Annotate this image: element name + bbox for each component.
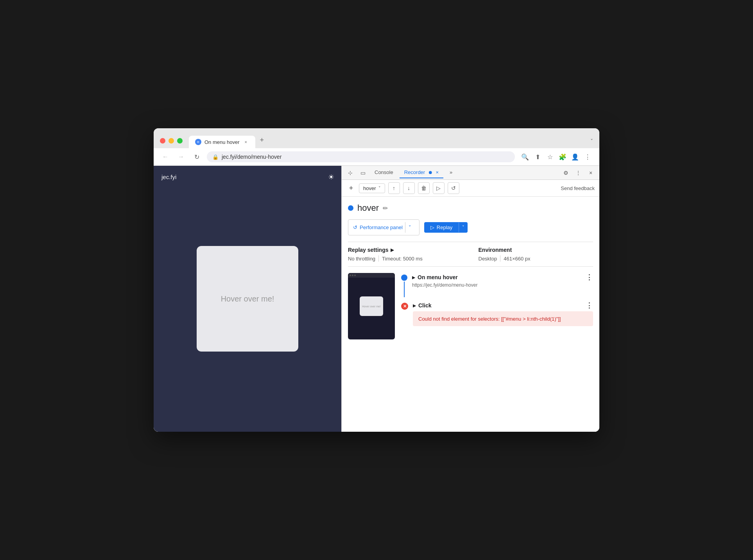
thumb-hover-card: Hover over me!	[360, 296, 383, 316]
page-logo: jec.fyi	[161, 174, 176, 180]
tab-console[interactable]: Console	[370, 167, 398, 178]
error-text: Could not find element for selectors: [[…	[418, 316, 561, 322]
settings-arrow-icon: ▶	[391, 248, 394, 253]
cursor-icon[interactable]: ⊹	[345, 167, 356, 178]
tab-dropdown-button[interactable]: ˅	[590, 138, 593, 148]
import-button[interactable]: ↓	[403, 182, 415, 194]
step-replay-button[interactable]: ▷	[433, 182, 445, 194]
step-line	[404, 282, 405, 297]
main-area: jec.fyi ☀ Hover over me! ⊹ ▭ Console Rec…	[154, 166, 599, 432]
error-box: Could not find element for selectors: [[…	[413, 311, 593, 326]
page-content: jec.fyi ☀ Hover over me!	[154, 166, 341, 432]
settings-row: Replay settings ▶ No throttling Timeout:…	[348, 247, 593, 262]
recorder-icon: ⏺	[428, 170, 433, 175]
step-click-label: Click	[418, 302, 431, 309]
selector-dropdown-icon: ˅	[378, 186, 381, 191]
step-connector	[401, 273, 407, 298]
back-button[interactable]: ←	[160, 151, 171, 162]
replay-settings-details: No throttling Timeout: 5000 ms	[348, 255, 463, 262]
traffic-light-red[interactable]	[160, 138, 165, 144]
step-expand-icon[interactable]: ▶	[412, 275, 415, 280]
thumb-bar	[348, 273, 395, 278]
address-bar: ← → ↻ 🔒 jec.fyi/demo/menu-hover 🔍 ⬆ ☆ 🧩 …	[154, 148, 599, 166]
traffic-lights	[160, 138, 189, 148]
recording-thumbnail: Hover over me!	[348, 273, 395, 339]
step-click-content: ▶ Click ⋮ Could not find element for sel…	[413, 301, 593, 326]
thumb-dot	[350, 275, 351, 276]
replay-button[interactable]: ▷ Replay ˅	[424, 222, 468, 233]
more-icon[interactable]: ⋮	[582, 151, 593, 162]
replay-dropdown-icon[interactable]: ˅	[459, 223, 468, 232]
delete-button[interactable]: 🗑	[418, 182, 430, 194]
extensions-icon[interactable]: 🧩	[557, 151, 568, 162]
step-navigate-label: On menu hover	[418, 274, 458, 280]
step-click: ✕ ▶ Click ⋮ Could not find element for s…	[401, 301, 593, 326]
traffic-light-yellow[interactable]	[169, 138, 174, 144]
env-type-label: Desktop	[479, 256, 497, 262]
env-size-label: 461×660 px	[504, 256, 530, 262]
traffic-light-green[interactable]	[177, 138, 183, 144]
settings-section: Replay settings ▶ No throttling Timeout:…	[348, 242, 593, 267]
recording-selector[interactable]: hover ˅	[359, 183, 385, 193]
devtools-panel: ⊹ ▭ Console Recorder ⏺ × » ⚙ ⋮ × + hover…	[341, 166, 599, 432]
slow-replay-button[interactable]: ↺	[448, 182, 459, 194]
tab-close-button[interactable]: ×	[243, 139, 249, 145]
tab-favicon: R	[195, 139, 201, 145]
environment-col: Environment Desktop 461×660 px	[479, 247, 593, 262]
lock-icon: 🔒	[212, 154, 219, 160]
active-tab[interactable]: R On menu hover ×	[189, 136, 255, 148]
export-button[interactable]: ↑	[388, 182, 400, 194]
replay-settings-title[interactable]: Replay settings ▶	[348, 247, 463, 253]
new-tab-button[interactable]: +	[257, 133, 267, 148]
recording-status-dot	[348, 205, 353, 211]
edit-name-icon[interactable]: ✏	[383, 205, 388, 212]
search-icon[interactable]: 🔍	[520, 151, 531, 162]
send-feedback-link[interactable]: Send feedback	[561, 185, 595, 191]
recorder-close-icon[interactable]: ×	[436, 169, 439, 175]
devtools-action-bar: + hover ˅ ↑ ↓ 🗑 ▷ ↺ Send feedback	[342, 180, 599, 197]
step-navigate-more-icon[interactable]: ⋮	[586, 273, 593, 282]
step-click-connector: ✕	[401, 301, 408, 310]
reload-button[interactable]: ↻	[191, 151, 202, 162]
devtools-close-button[interactable]: ×	[585, 167, 596, 178]
step-navigate-title: ▶ On menu hover ⋮	[412, 273, 593, 282]
perf-panel-label: Performance panel	[360, 224, 403, 230]
perf-panel-dropdown-icon[interactable]: ˅	[405, 222, 414, 233]
step-click-title: ▶ Click ⋮	[413, 301, 593, 310]
devtools-tab-bar: ⊹ ▭ Console Recorder ⏺ × » ⚙ ⋮ ×	[342, 166, 599, 180]
panel-row: ↺ Performance panel ˅ ▷ Replay ˅	[348, 219, 593, 235]
hover-card[interactable]: Hover over me!	[197, 246, 298, 352]
step-click-expand-icon[interactable]: ▶	[413, 303, 416, 308]
more-tabs-button[interactable]: »	[445, 167, 457, 178]
environment-details: Desktop 461×660 px	[479, 255, 593, 262]
profile-icon[interactable]: 👤	[570, 151, 581, 162]
add-recording-button[interactable]: +	[346, 183, 356, 193]
browser-toolbar: 🔍 ⬆ ☆ 🧩 👤 ⋮	[520, 151, 593, 162]
performance-panel-button[interactable]: ↺ Performance panel ˅	[348, 219, 420, 235]
bookmark-icon[interactable]: ☆	[545, 151, 556, 162]
share-icon[interactable]: ⬆	[532, 151, 543, 162]
timeout-label: Timeout: 5000 ms	[382, 256, 423, 262]
perf-panel-icon: ↺	[353, 224, 357, 230]
recording-name: hover	[357, 203, 379, 213]
hover-card-text: Hover over me!	[221, 294, 274, 303]
recording-content: hover ✏ ↺ Performance panel ˅ ▷ Replay	[342, 197, 599, 432]
tab-recorder[interactable]: Recorder ⏺ ×	[400, 167, 443, 178]
settings-divider	[378, 255, 379, 262]
replay-main[interactable]: ▷ Replay	[424, 222, 459, 233]
step-status-dot-red: ✕	[401, 303, 408, 310]
step-click-more-icon[interactable]: ⋮	[586, 301, 593, 310]
title-bar: R On menu hover × + ˅	[154, 128, 599, 148]
devtools-more-icon[interactable]: ⋮	[573, 167, 584, 178]
recording-header: hover ✏	[348, 203, 593, 213]
thumb-dot	[354, 275, 356, 276]
forward-button[interactable]: →	[176, 151, 186, 162]
replay-settings-col: Replay settings ▶ No throttling Timeout:…	[348, 247, 463, 262]
thumb-dot	[352, 275, 353, 276]
panel-toggle-icon[interactable]: ▭	[357, 167, 368, 178]
url-bar[interactable]: 🔒 jec.fyi/demo/menu-hover	[207, 151, 515, 162]
step-navigate-content: ▶ On menu hover ⋮ https://jec.fyi/demo/m…	[412, 273, 593, 289]
browser-window: R On menu hover × + ˅ ← → ↻ 🔒 jec.fyi/de…	[154, 128, 599, 432]
brightness-icon[interactable]: ☀	[328, 173, 334, 181]
devtools-settings-icon[interactable]: ⚙	[560, 167, 571, 178]
